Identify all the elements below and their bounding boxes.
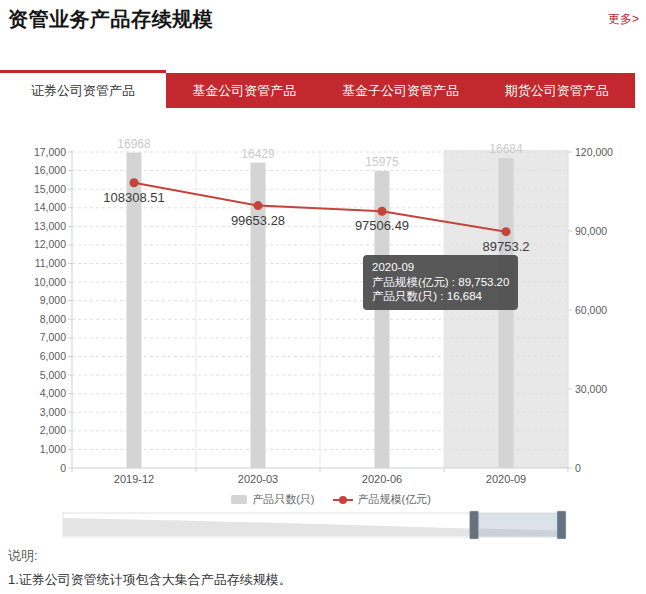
y-axis-tick-label: 13,000 — [0, 220, 66, 233]
legend-item-bar-series[interactable]: 产品只数(只) — [231, 492, 314, 507]
right-y-axis-tick-label: 0 — [575, 462, 641, 475]
y-axis-tick-label: 11,000 — [0, 257, 66, 270]
chart-legend: 产品只数(只)产品规模(亿元) — [8, 492, 646, 507]
line-value-label: 97506.49 — [322, 218, 442, 234]
legend-label: 产品规模(亿元) — [358, 492, 431, 507]
y-axis-tick-label: 14,000 — [0, 201, 66, 214]
y-axis-tick-label: 15,000 — [0, 183, 66, 196]
y-axis-tick-label: 6,000 — [0, 350, 66, 363]
legend-item-line-series[interactable]: 产品规模(亿元) — [333, 492, 431, 507]
y-axis-tick-label: 12,000 — [0, 238, 66, 251]
line-dot-marker-icon — [333, 495, 353, 504]
line-point-2020-06[interactable] — [378, 207, 387, 216]
y-axis-tick-label: 16,000 — [0, 164, 66, 177]
y-axis-tick-label: 10,000 — [0, 276, 66, 289]
right-y-axis-tick-label: 60,000 — [575, 304, 641, 317]
x-axis-tick-label: 2020-09 — [456, 472, 556, 486]
datazoom-handle-right[interactable] — [557, 511, 566, 539]
legend-label: 产品只数(只) — [252, 492, 314, 507]
tooltip: 2020-09产品规模(亿元) : 89,753.20产品只数(只) : 16,… — [363, 255, 518, 310]
datazoom-handle-left[interactable] — [470, 511, 479, 539]
line-value-label: 99653.28 — [198, 213, 318, 229]
tooltip-line: 产品只数(只) : 16,684 — [372, 289, 509, 304]
tooltip-line: 产品规模(亿元) : 89,753.20 — [372, 275, 509, 290]
tooltip-title: 2020-09 — [372, 260, 509, 275]
y-axis-tick-label: 9,000 — [0, 294, 66, 307]
right-y-axis-tick-label: 90,000 — [575, 225, 641, 238]
x-axis-tick-label: 2019-12 — [84, 472, 184, 486]
right-y-axis-tick-label: 120,000 — [575, 146, 641, 159]
x-axis-tick-label: 2020-03 — [208, 472, 308, 486]
y-axis-tick-label: 3,000 — [0, 406, 66, 419]
bar-value-label: 16684 — [446, 142, 566, 157]
y-axis-tick-label: 8,000 — [0, 313, 66, 326]
datazoom-window[interactable] — [470, 513, 565, 537]
bar-value-label: 16429 — [198, 147, 318, 162]
notes-item: 1.证券公司资管统计项包含大集合产品存续规模。 — [8, 571, 292, 589]
notes-heading: 说明: — [8, 547, 38, 565]
y-axis-tick-label: 7,000 — [0, 331, 66, 344]
line-value-label: 108308.51 — [74, 190, 194, 206]
y-axis-tick-label: 4,000 — [0, 387, 66, 400]
bar-value-label: 15975 — [322, 155, 442, 170]
line-point-2020-03[interactable] — [254, 201, 263, 210]
bar-marker-icon — [231, 495, 247, 504]
y-axis-tick-label: 17,000 — [0, 146, 66, 159]
y-axis-tick-label: 5,000 — [0, 369, 66, 382]
x-axis-tick-label: 2020-06 — [332, 472, 432, 486]
y-axis-tick-label: 2,000 — [0, 424, 66, 437]
line-point-2020-09[interactable] — [502, 227, 511, 236]
y-axis-tick-label: 1,000 — [0, 443, 66, 456]
line-point-2019-12[interactable] — [130, 178, 139, 187]
bar-2020-09[interactable] — [499, 158, 514, 468]
line-value-label: 89753.2 — [446, 239, 566, 255]
bar-value-label: 16968 — [74, 137, 194, 152]
right-y-axis-tick-label: 30,000 — [575, 383, 641, 396]
y-axis-tick-label: 0 — [0, 462, 66, 475]
